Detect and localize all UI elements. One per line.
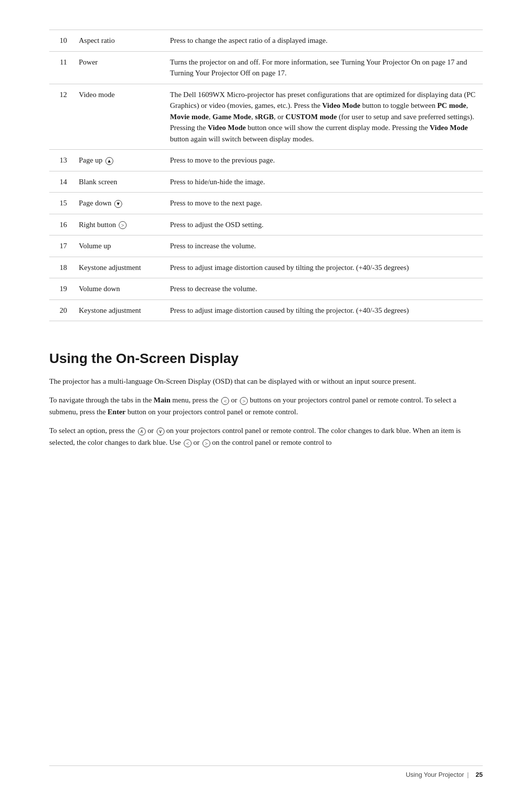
table-row: 15 Page down ▼ Press to move to the next… [49,193,483,214]
table-row: 10 Aspect ratio Press to change the aspe… [49,30,483,52]
table-row: 12 Video mode The Dell 1609WX Micro-proj… [49,84,483,150]
right-button-icon: > [119,221,127,229]
row-num: 14 [49,171,73,193]
page-up-icon: ▲ [105,157,113,165]
table-row: 11 Power Turns the projector on and off.… [49,51,483,84]
row-label: Page down ▼ [73,193,164,214]
row-num: 17 [49,235,73,257]
row-desc: Press to adjust image distortion caused … [164,257,483,278]
row-desc: Press to adjust the OSD setting. [164,214,483,235]
table-section: 10 Aspect ratio Press to change the aspe… [49,30,483,341]
table-row: 17 Volume up Press to increase the volum… [49,235,483,257]
row-label: Keystone adjustment [73,257,164,278]
section-heading: Using the On-Screen Display [49,351,483,366]
page-down-icon: ▼ [114,200,122,208]
row-desc: Turns the projector on and off. For more… [164,51,483,84]
page-container: 10 Aspect ratio Press to change the aspe… [0,0,532,798]
row-desc: Press to change the aspect ratio of a di… [164,30,483,52]
footer-page-number: 25 [476,771,483,778]
row-desc: Press to increase the volume. [164,235,483,257]
footer-separator: | [467,771,468,778]
up-circle-icon: ∧ [138,428,146,435]
row-desc: Press to move to the next page. [164,193,483,214]
table-row: 13 Page up ▲ Press to move to the previo… [49,150,483,171]
row-desc: Press to hide/un-hide the image. [164,171,483,193]
paragraph-2: To navigate through the tabs in the Main… [49,394,483,418]
row-num: 20 [49,299,73,321]
osd-section: Using the On-Screen Display The projecto… [49,341,483,455]
row-desc: Press to decrease the volume. [164,278,483,300]
row-label: Blank screen [73,171,164,193]
down-circle-icon: ∨ [157,428,165,435]
paragraph-3: To select an option, press the ∧ or ∨ on… [49,425,483,448]
row-label: Volume down [73,278,164,300]
table-row: 16 Right button > Press to adjust the OS… [49,214,483,235]
row-label: Keystone adjustment [73,299,164,321]
left-circle-icon: < [221,397,229,405]
right-circle-icon: > [240,397,248,405]
row-desc: The Dell 1609WX Micro-projector has pres… [164,84,483,150]
row-num: 15 [49,193,73,214]
paragraph-1: The projector has a multi-language On-Sc… [49,375,483,387]
left-circle-icon-2: < [184,439,192,447]
table-row: 19 Volume down Press to decrease the vol… [49,278,483,300]
row-num: 11 [49,51,73,84]
row-label: Aspect ratio [73,30,164,52]
row-desc: Press to move to the previous page. [164,150,483,171]
table-row: 14 Blank screen Press to hide/un-hide th… [49,171,483,193]
row-label: Volume up [73,235,164,257]
row-label: Power [73,51,164,84]
row-num: 10 [49,30,73,52]
table-row: 20 Keystone adjustment Press to adjust i… [49,299,483,321]
row-label: Right button > [73,214,164,235]
row-num: 16 [49,214,73,235]
row-label: Video mode [73,84,164,150]
row-num: 13 [49,150,73,171]
row-num: 19 [49,278,73,300]
right-circle-icon-2: > [202,439,210,447]
row-label: Page up ▲ [73,150,164,171]
row-desc: Press to adjust image distortion caused … [164,299,483,321]
table-row: 18 Keystone adjustment Press to adjust i… [49,257,483,278]
row-num: 12 [49,84,73,150]
row-num: 18 [49,257,73,278]
features-table: 10 Aspect ratio Press to change the aspe… [49,30,483,321]
footer-section-label: Using Your Projector [406,771,465,778]
page-footer: Using Your Projector | 25 [49,765,483,778]
